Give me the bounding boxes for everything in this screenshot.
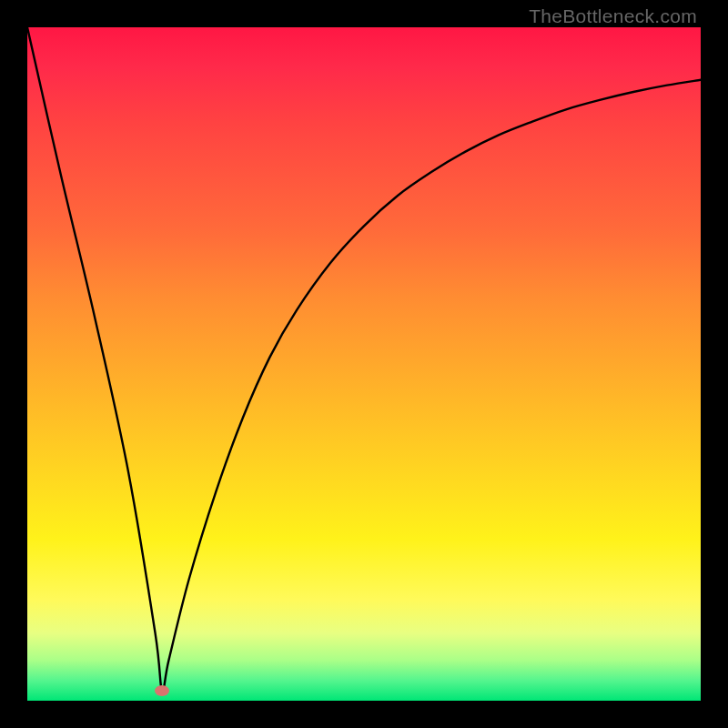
chart-frame: TheBottleneck.com: [0, 0, 728, 728]
curve-path: [27, 27, 701, 692]
curve-svg: [27, 27, 701, 701]
plot-area: [27, 27, 701, 701]
watermark-text: TheBottleneck.com: [529, 5, 697, 27]
minimum-marker: [155, 685, 169, 696]
